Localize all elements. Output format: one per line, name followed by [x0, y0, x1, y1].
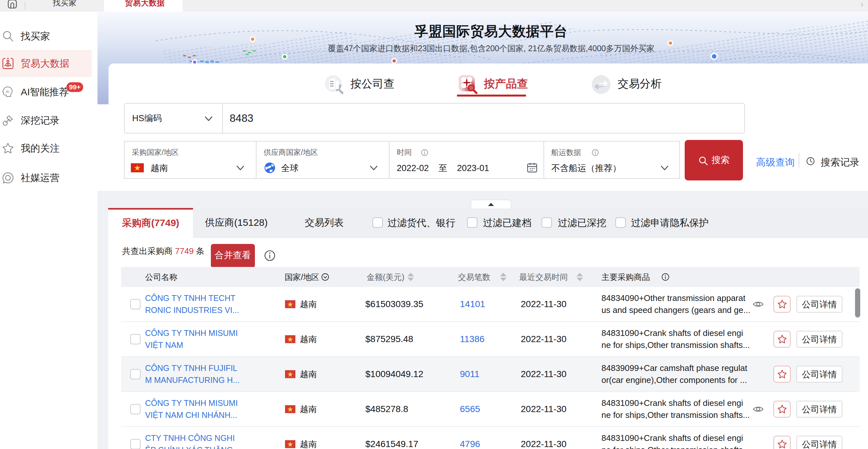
svg-text:AI: AI — [6, 90, 9, 94]
